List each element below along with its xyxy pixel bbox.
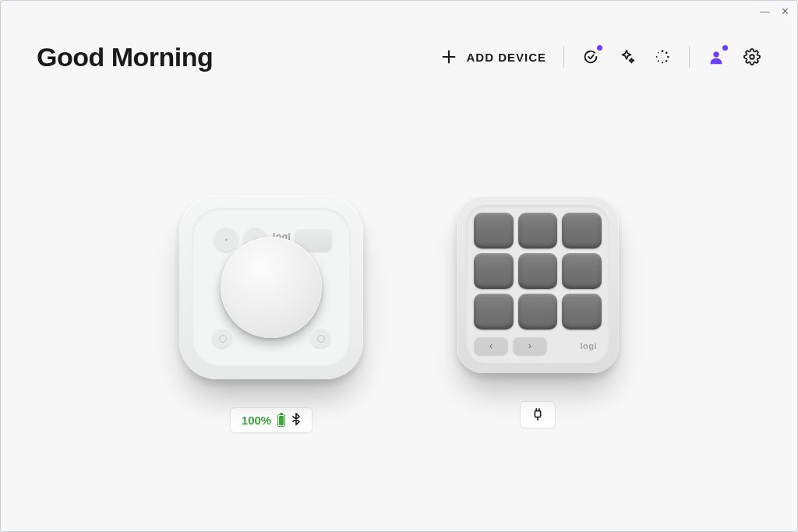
- svg-point-9: [658, 52, 659, 54]
- keypad-key: [562, 213, 602, 248]
- svg-point-11: [750, 55, 754, 59]
- window-close-icon[interactable]: ✕: [781, 5, 789, 17]
- dial-corner-button-bl: [212, 328, 232, 348]
- dial-corner-button-br: [310, 328, 330, 348]
- top-bar: Good Morning ADD DEVICE: [1, 1, 797, 86]
- keypad-page-prev: ‹: [474, 336, 508, 355]
- device-dial-status-chip[interactable]: 100%: [230, 407, 312, 433]
- device-keypad-body[interactable]: ‹ › logi: [457, 196, 619, 373]
- battery-icon: [277, 414, 285, 427]
- svg-point-8: [656, 56, 658, 58]
- add-device-label: ADD DEVICE: [466, 51, 546, 64]
- keypad-key: [518, 294, 558, 329]
- updates-icon[interactable]: [581, 48, 600, 66]
- toolbar: ADD DEVICE: [440, 41, 761, 72]
- device-keypad-status-chip[interactable]: [520, 401, 556, 428]
- svg-point-10: [713, 51, 719, 57]
- profile-icon[interactable]: [707, 48, 726, 66]
- app-window: — ✕ Good Morning ADD DEVICE: [0, 0, 798, 532]
- plus-icon: [440, 48, 458, 66]
- loading-dots-icon[interactable]: [653, 48, 672, 66]
- keypad-nav-row: ‹ › logi: [474, 334, 602, 358]
- bluetooth-icon: [291, 413, 301, 428]
- sparkle-icon[interactable]: [617, 48, 636, 66]
- keypad-key: [562, 253, 602, 289]
- keypad-key: [474, 213, 514, 248]
- keypad-grid: [474, 213, 602, 329]
- greeting-title: Good Morning: [37, 42, 213, 72]
- dial-knob: [221, 237, 322, 338]
- svg-point-7: [658, 60, 659, 62]
- keypad-key: [518, 213, 558, 248]
- device-dial-body[interactable]: logi: [179, 196, 363, 379]
- keypad-key: [518, 253, 558, 289]
- svg-point-2: [662, 50, 664, 52]
- toolbar-separator: [563, 46, 564, 68]
- keypad-key: [474, 294, 514, 329]
- device-keypad: ‹ › logi: [457, 196, 619, 428]
- keypad-key: [474, 253, 514, 289]
- settings-gear-icon[interactable]: [743, 48, 761, 66]
- keypad-page-next: ›: [513, 336, 547, 355]
- device-stage: logi 100%: [1, 86, 797, 531]
- window-controls: — ✕: [760, 5, 789, 17]
- add-device-button[interactable]: ADD DEVICE: [440, 48, 546, 66]
- device-dial: logi 100%: [179, 196, 363, 433]
- brand-logo: logi: [580, 341, 602, 351]
- window-minimize-icon[interactable]: —: [760, 5, 770, 17]
- battery-percent-label: 100%: [242, 414, 271, 427]
- keypad-key: [562, 294, 602, 329]
- toolbar-separator: [689, 46, 690, 68]
- dial-preset-button-1: [214, 227, 238, 252]
- svg-point-6: [662, 62, 663, 63]
- wired-connection-icon: [531, 407, 544, 423]
- svg-point-4: [667, 56, 669, 58]
- svg-rect-12: [535, 410, 540, 417]
- svg-point-3: [666, 51, 668, 54]
- svg-point-5: [666, 60, 667, 62]
